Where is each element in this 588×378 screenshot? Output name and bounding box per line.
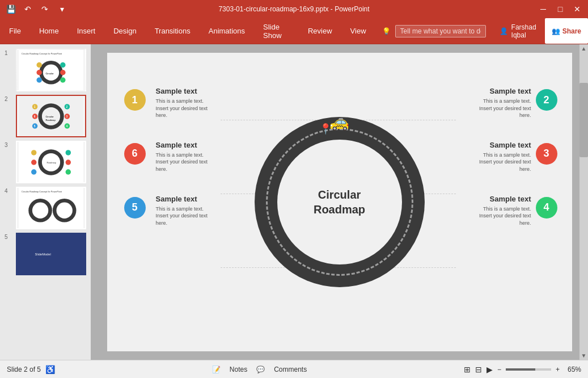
item-desc-3: This is a sample text.Insert your desire… [479, 152, 531, 173]
svg-text:5: 5 [34, 125, 36, 128]
item-desc-4: This is a sample text.Insert your desire… [479, 205, 531, 227]
tab-home[interactable]: Home [30, 18, 68, 44]
tab-file[interactable]: File [0, 18, 30, 44]
item-text-5: Sample text This is a sample text.Insert… [156, 195, 208, 227]
item-title-1: Sample text [156, 87, 208, 95]
slide-thumb-4[interactable]: Circular Roadmap Concept for PowerPoint [16, 187, 86, 229]
tab-review[interactable]: Review [299, 18, 341, 44]
svg-point-36 [66, 159, 71, 165]
circle-2: 2 [536, 89, 557, 111]
view-reading-icon[interactable]: ▶ [487, 365, 493, 374]
svg-point-33 [31, 159, 36, 165]
circle-1: 1 [124, 89, 146, 111]
svg-point-34 [31, 169, 36, 174]
item-title-4: Sample text [479, 195, 531, 203]
minimize-btn[interactable]: ─ [537, 3, 549, 15]
window-controls: ─ □ ✕ [537, 3, 583, 15]
svg-text:4: 4 [66, 125, 68, 128]
tab-slideshow[interactable]: Slide Show [254, 18, 299, 44]
slide-thumb-2[interactable]: Circular Roadmap 1 6 5 2 3 4 [16, 95, 86, 137]
slide-thumb-1[interactable]: Circular Roadmap Concept for PowerPoint … [16, 49, 86, 91]
redo-btn[interactable]: ↷ [39, 3, 51, 15]
item-text-6: Sample text This is a sample text.Insert… [156, 141, 208, 173]
comments-label[interactable]: Comments [274, 366, 307, 373]
tab-animations[interactable]: Animations [200, 18, 254, 44]
undo-btn[interactable]: ↶ [22, 3, 34, 15]
item-desc-1: This is a sample text.Insert your desire… [156, 98, 208, 119]
tab-transitions[interactable]: Transitions [146, 18, 200, 44]
slide-number-3: 3 [5, 141, 12, 148]
svg-text:1: 1 [34, 106, 36, 108]
road-item-3: 3 Sample text This is a sample text.Inse… [473, 141, 563, 173]
svg-point-8 [60, 62, 65, 68]
svg-text:Circular Roadmap Concept for P: Circular Roadmap Concept for PowerPoint [22, 53, 62, 55]
status-left: Slide 2 of 5 ♿ [7, 365, 55, 374]
save-quick-btn[interactable]: 💾 [5, 3, 17, 15]
item-desc-6: This is a sample text.Insert your desire… [156, 152, 208, 173]
svg-point-43 [56, 203, 72, 219]
road-item-2: 2 Sample text This is a sample text.Inse… [473, 87, 563, 119]
customize-btn[interactable]: ▾ [56, 3, 68, 15]
circle-6: 6 [124, 143, 146, 165]
item-text-2: Sample text This is a sample text.Insert… [479, 87, 531, 119]
slide-number-5: 5 [5, 233, 12, 240]
slide-item-2[interactable]: 2 Circular Roadmap 1 6 5 2 3 4 [5, 95, 86, 137]
svg-text:Circular: Circular [46, 116, 54, 118]
road-item-1: 1 Sample text This is a sample text.Inse… [119, 87, 214, 119]
view-normal-icon[interactable]: ⊞ [464, 365, 471, 374]
slide-item-4[interactable]: 4 Circular Roadmap Concept for PowerPoin… [5, 187, 86, 229]
slide-item-1[interactable]: 1 Circular Roadmap Concept for PowerPoin… [5, 49, 86, 91]
svg-text:Circular: Circular [46, 73, 54, 75]
zoom-slider-fill [506, 368, 535, 371]
user-area[interactable]: 👤 Farshad Iqbal [493, 18, 545, 44]
item-text-3: Sample text This is a sample text.Insert… [479, 141, 531, 173]
item-title-6: Sample text [156, 141, 208, 149]
slide-item-3[interactable]: 3 Roadmap [5, 141, 86, 183]
item-desc-2: This is a sample text.Insert your desire… [479, 98, 531, 119]
slide-info: Slide 2 of 5 [7, 366, 41, 373]
maximize-btn[interactable]: □ [554, 3, 566, 15]
slide-item-5[interactable]: 5 SlideModel [5, 233, 86, 275]
title-bar: 💾 ↶ ↷ ▾ 7303-01-circular-roadmap-16x9.pp… [0, 0, 588, 18]
zoom-in-icon[interactable]: + [556, 366, 560, 373]
road-item-6: 6 Sample text This is a sample text.Inse… [119, 141, 214, 173]
slide-number-1: 1 [5, 49, 12, 56]
pin-icon: 📍 [319, 123, 332, 135]
search-input[interactable] [395, 25, 486, 37]
title-bar-left: 💾 ↶ ↷ ▾ [5, 3, 68, 15]
road-ring: 🚕 📍 Circular Roadmap [255, 117, 425, 287]
ribbon-search-area: 💡 [375, 18, 493, 44]
svg-point-32 [31, 150, 36, 155]
vertical-scrollbar[interactable]: ▲ ▼ [579, 44, 588, 360]
tab-design[interactable]: Design [104, 18, 145, 44]
svg-point-9 [60, 70, 65, 75]
svg-text:Circular Roadmap Concept for P: Circular Roadmap Concept for PowerPoint [22, 191, 62, 193]
close-btn[interactable]: ✕ [571, 3, 583, 15]
svg-point-41 [32, 203, 48, 219]
zoom-out-icon[interactable]: − [497, 366, 501, 373]
tab-insert[interactable]: Insert [68, 18, 105, 44]
slide-thumb-5[interactable]: SlideModel [16, 233, 86, 275]
circle-3: 3 [536, 143, 557, 165]
road-item-5: 5 Sample text This is a sample text.Inse… [119, 195, 214, 227]
view-slide-sorter-icon[interactable]: ⊟ [475, 365, 482, 374]
svg-point-6 [36, 70, 41, 75]
car-icon: 🚕 [329, 112, 349, 131]
zoom-level[interactable]: 65% [564, 366, 581, 373]
status-bar: Slide 2 of 5 ♿ 📝 Notes 💬 Comments ⊞ ⊟ ▶ … [0, 360, 588, 378]
share-label: Share [562, 27, 581, 35]
slide-thumb-3[interactable]: Roadmap [16, 141, 86, 183]
slide-panel: 1 Circular Roadmap Concept for PowerPoin… [0, 44, 91, 360]
notes-label[interactable]: Notes [230, 366, 247, 373]
slide-number-4: 4 [5, 187, 12, 194]
share-button[interactable]: 👥 Share [545, 18, 588, 44]
notes-icon: 📝 [212, 366, 221, 373]
app-title: 7303-01-circular-roadmap-16x9.pptx - Pow… [218, 5, 369, 13]
svg-text:SlideModel: SlideModel [35, 253, 51, 256]
comments-icon: 💬 [256, 366, 265, 373]
zoom-slider[interactable] [506, 368, 551, 371]
tab-view[interactable]: View [341, 18, 375, 44]
item-title-2: Sample text [479, 87, 531, 95]
username: Farshad Iqbal [511, 23, 538, 39]
canvas-area: 1 Sample text This is a sample text.Inse… [91, 44, 588, 360]
